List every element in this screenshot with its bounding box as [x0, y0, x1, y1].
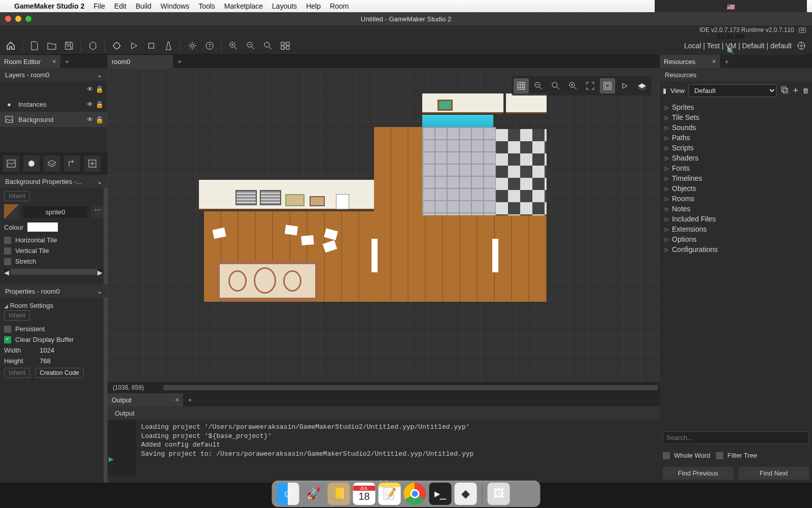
menu-file[interactable]: File: [94, 2, 106, 10]
dock-launchpad[interactable]: 🚀: [302, 483, 325, 505]
zoom-in-button[interactable]: [226, 38, 241, 53]
layers-visibility-button[interactable]: [634, 78, 650, 93]
canvas-zoom-out-button[interactable]: [531, 78, 546, 93]
tab-output[interactable]: Output ×: [108, 393, 184, 406]
dock-preview-doc[interactable]: 🖼: [488, 483, 510, 505]
close-icon[interactable]: ×: [52, 57, 56, 66]
tab-resources[interactable]: Resources ×: [660, 55, 721, 68]
layer-row-blank[interactable]: 👁🔒: [0, 81, 108, 97]
settings-button[interactable]: [185, 38, 200, 53]
layer-row-instances[interactable]: ● Instances 👁🔒: [0, 97, 108, 112]
roomprops-header[interactable]: Properties - room0 ⌄: [0, 284, 108, 298]
add-tab-button[interactable]: +: [174, 55, 186, 68]
persistent-checkbox[interactable]: Persistent: [4, 324, 104, 334]
output-text[interactable]: Loading project '/Users/poraweeraksasin/…: [136, 420, 660, 475]
creation-code-button[interactable]: Creation Code: [35, 368, 83, 378]
tree-item-sprites[interactable]: ▷Sprites: [660, 102, 812, 112]
menu-edit[interactable]: Edit: [114, 2, 126, 10]
close-icon[interactable]: ×: [175, 396, 179, 404]
menu-build[interactable]: Build: [136, 2, 151, 10]
home-button[interactable]: [3, 38, 18, 53]
tree-item-paths[interactable]: ▷Paths: [660, 133, 812, 143]
tree-item-notes[interactable]: ▷Notes: [660, 204, 812, 214]
room-canvas[interactable]: [108, 68, 660, 382]
sprite-name-field[interactable]: sprite0: [23, 206, 87, 218]
target-selector[interactable]: Local | Test | VM | Default | default: [684, 42, 792, 50]
find-next-button[interactable]: Find Next: [738, 467, 809, 480]
menu-windows[interactable]: Windows: [160, 2, 189, 10]
flag-icon[interactable]: 🇺🇸: [727, 3, 735, 11]
htile-checkbox[interactable]: Horizontal Tile: [4, 235, 104, 245]
fullscreen-button[interactable]: [583, 78, 598, 93]
find-previous-button[interactable]: Find Previous: [663, 467, 733, 480]
eye-icon[interactable]: 👁: [87, 116, 93, 123]
zoom-out-button[interactable]: [243, 38, 258, 53]
dock-calendar[interactable]: JUL18: [353, 483, 376, 505]
tree-item-timelines[interactable]: ▷Timelines: [660, 173, 812, 183]
add-folder-button[interactable]: [84, 155, 100, 172]
scrollbar[interactable]: [104, 188, 108, 284]
eye-icon[interactable]: 👁: [87, 85, 93, 93]
height-field[interactable]: 768: [40, 357, 51, 365]
canvas-zoom-in-button[interactable]: [565, 78, 581, 93]
app-name[interactable]: GameMaker Studio 2: [14, 2, 85, 10]
minimize-window-button[interactable]: [15, 16, 21, 22]
vtile-checkbox[interactable]: Vertical Tile: [4, 245, 104, 256]
add-tab-button[interactable]: +: [61, 55, 73, 68]
layer-row-background[interactable]: Background 👁🔒: [0, 112, 108, 127]
open-file-button[interactable]: [44, 38, 59, 53]
bgprops-header[interactable]: Background Properties -... ⌄: [0, 175, 108, 188]
target-settings-button[interactable]: [794, 38, 809, 53]
tree-item-sounds[interactable]: ▷Sounds: [660, 122, 812, 133]
sprite-thumbnail[interactable]: [4, 204, 19, 219]
close-icon[interactable]: ×: [712, 57, 716, 66]
tree-item-extensions[interactable]: ▷Extensions: [660, 224, 812, 234]
notifications-ide-icon[interactable]: [799, 27, 807, 34]
add-background-layer-button[interactable]: [3, 155, 19, 172]
grid-toggle-button[interactable]: [514, 78, 529, 93]
add-tile-layer-button[interactable]: [44, 155, 60, 172]
inherit-button[interactable]: Inherit: [4, 191, 30, 201]
view-toggle-button[interactable]: [600, 78, 615, 93]
package-button[interactable]: [85, 38, 100, 53]
tree-item-objects[interactable]: ▷Objects: [660, 183, 812, 194]
dock-contacts[interactable]: 📒: [328, 483, 350, 505]
docking-button[interactable]: [278, 38, 293, 53]
eye-icon[interactable]: 👁: [87, 101, 93, 108]
menu-tools[interactable]: Tools: [198, 2, 215, 10]
filter-tree-checkbox[interactable]: Filter Tree: [716, 450, 757, 461]
close-window-button[interactable]: [5, 16, 11, 22]
tree-item-shaders[interactable]: ▷Shaders: [660, 153, 812, 163]
play-animation-button[interactable]: [617, 78, 632, 93]
canvas-zoom-reset-button[interactable]: [548, 78, 563, 93]
tree-item-included-files[interactable]: ▷Included Files: [660, 214, 812, 224]
stop-button[interactable]: [144, 38, 159, 53]
add-tab-button[interactable]: +: [184, 393, 196, 406]
filter-icon[interactable]: ▮: [663, 87, 666, 94]
tab-room-editor[interactable]: Room Editor ×: [0, 55, 61, 68]
dock-trash[interactable]: 🗑: [513, 483, 535, 505]
dock-finder[interactable]: ☺: [277, 483, 299, 505]
zoom-window-button[interactable]: [25, 16, 31, 22]
inherit-button[interactable]: Inherit: [4, 368, 30, 378]
width-field[interactable]: 1024: [40, 346, 54, 354]
sprite-more-button[interactable]: ⋯: [91, 206, 104, 218]
add-tab-button[interactable]: +: [721, 55, 733, 68]
add-instance-layer-button[interactable]: [23, 155, 40, 172]
tree-item-options[interactable]: ▷Options: [660, 234, 812, 244]
tree-item-tilesets[interactable]: ▷Tile Sets: [660, 112, 812, 122]
menu-help[interactable]: Help: [306, 2, 321, 10]
delete-resource-button[interactable]: 🗑: [802, 87, 809, 94]
copy-icon[interactable]: [781, 86, 789, 96]
add-resource-button[interactable]: +: [793, 85, 798, 96]
inherit-button[interactable]: Inherit: [4, 310, 30, 321]
new-file-button[interactable]: [27, 38, 42, 53]
scrollbar[interactable]: [104, 298, 108, 483]
scrollbar-h[interactable]: [163, 385, 658, 390]
search-input[interactable]: [663, 431, 809, 444]
tree-item-scripts[interactable]: ▷Scripts: [660, 143, 812, 153]
stretch-checkbox[interactable]: Stretch: [4, 256, 104, 267]
clean-button[interactable]: [161, 38, 176, 53]
tree-item-configurations[interactable]: ▷Configurations: [660, 244, 812, 255]
save-button[interactable]: [61, 38, 77, 53]
